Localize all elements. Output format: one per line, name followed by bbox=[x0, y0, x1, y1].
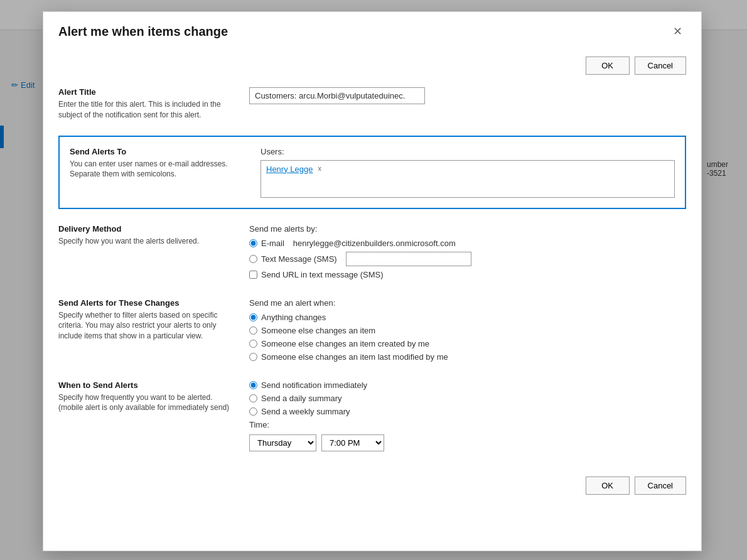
time-select[interactable]: 12:00 AM 1:00 AM 6:00 AM 7:00 PM 8:00 PM bbox=[321, 434, 384, 451]
when-label-col: When to Send Alerts Specify how frequent… bbox=[58, 380, 234, 451]
someone-else-modified-row: Someone else changes an item last modifi… bbox=[249, 352, 686, 362]
alert-title-description: Enter the title for this alert. This is … bbox=[58, 99, 234, 121]
changes-label: Send Alerts for These Changes bbox=[58, 298, 234, 308]
send-alerts-changes-section: Send Alerts for These Changes Specify wh… bbox=[58, 298, 686, 365]
alert-when-label: Send me an alert when: bbox=[249, 298, 686, 308]
changes-description: Specify whether to filter alerts based o… bbox=[58, 310, 234, 342]
close-button[interactable]: ✕ bbox=[669, 24, 686, 38]
changes-label-col: Send Alerts for These Changes Specify wh… bbox=[58, 298, 234, 365]
send-alerts-to-label-col: Send Alerts To You can enter user names … bbox=[70, 147, 245, 198]
time-row: Sunday Monday Tuesday Wednesday Thursday… bbox=[249, 434, 686, 451]
someone-else-changes-row: Someone else changes an item bbox=[249, 326, 686, 335]
bottom-cancel-button[interactable]: Cancel bbox=[635, 477, 686, 495]
sms-radio-row: Text Message (SMS) bbox=[249, 252, 686, 266]
delivery-method-label-col: Delivery Method Specify how you want the… bbox=[58, 224, 234, 283]
delivery-method-label: Delivery Method bbox=[58, 224, 234, 234]
user-tag-henry-legge[interactable]: Henry Legge bbox=[266, 164, 313, 174]
send-alerts-to-content: Users: Henry Leggex bbox=[261, 147, 675, 198]
bottom-buttons: OK Cancel bbox=[58, 466, 686, 495]
users-input-box[interactable]: Henry Leggex bbox=[261, 160, 675, 198]
send-alerts-to-label: Send Alerts To bbox=[70, 147, 245, 156]
sms-url-checkbox[interactable] bbox=[249, 271, 257, 279]
day-select[interactable]: Sunday Monday Tuesday Wednesday Thursday… bbox=[249, 434, 316, 451]
when-description: Specify how frequently you want to be al… bbox=[58, 392, 234, 414]
email-radio-row: E-mail henrylegge@citizenbuilders.onmicr… bbox=[249, 239, 686, 248]
someone-else-changes-radio[interactable] bbox=[249, 326, 257, 335]
alert-title-label-col: Alert Title Enter the title for this ale… bbox=[58, 87, 234, 121]
dialog-title: Alert me when items change bbox=[58, 24, 228, 39]
send-immediately-row: Send notification immediately bbox=[249, 380, 686, 390]
dialog-body[interactable]: OK Cancel Alert Title Enter the title fo… bbox=[43, 46, 701, 551]
sms-url-label[interactable]: Send URL in text message (SMS) bbox=[261, 270, 384, 279]
dialog-header: Alert me when items change ✕ bbox=[43, 12, 701, 46]
send-alerts-to-description: You can enter user names or e-mail addre… bbox=[70, 159, 245, 180]
send-alerts-by-label: Send me alerts by: bbox=[249, 224, 686, 234]
send-daily-radio[interactable] bbox=[249, 394, 257, 402]
delivery-method-content: Send me alerts by: E-mail henrylegge@cit… bbox=[249, 224, 686, 283]
anything-changes-label[interactable]: Anything changes bbox=[261, 313, 326, 322]
delivery-method-description: Specify how you want the alerts delivere… bbox=[58, 236, 234, 247]
ok-cancel-row: OK Cancel bbox=[58, 57, 686, 75]
bottom-ok-button[interactable]: OK bbox=[586, 477, 630, 495]
time-label: Time: bbox=[249, 420, 686, 429]
sms-radio[interactable] bbox=[249, 255, 257, 263]
users-label: Users: bbox=[261, 147, 675, 156]
when-content: Send notification immediately Send a dai… bbox=[249, 380, 686, 451]
someone-else-modified-label[interactable]: Someone else changes an item last modifi… bbox=[261, 352, 448, 362]
when-to-send-section: When to Send Alerts Specify how frequent… bbox=[58, 380, 686, 451]
someone-else-modified-radio[interactable] bbox=[249, 353, 257, 361]
someone-else-changes-label[interactable]: Someone else changes an item bbox=[261, 326, 375, 335]
user-tag-remove[interactable]: x bbox=[318, 164, 321, 172]
someone-else-created-label[interactable]: Someone else changes an item created by … bbox=[261, 339, 429, 348]
send-daily-row: Send a daily summary bbox=[249, 394, 686, 403]
send-alerts-to-section: Send Alerts To You can enter user names … bbox=[58, 136, 686, 209]
cancel-button[interactable]: Cancel bbox=[635, 57, 686, 75]
send-daily-label[interactable]: Send a daily summary bbox=[261, 394, 342, 403]
send-immediately-radio[interactable] bbox=[249, 381, 257, 389]
anything-changes-row: Anything changes bbox=[249, 313, 686, 322]
someone-else-created-radio[interactable] bbox=[249, 340, 257, 348]
alert-title-input[interactable] bbox=[249, 87, 425, 104]
alert-title-content bbox=[249, 87, 686, 121]
email-address: henrylegge@citizenbuilders.onmicrosoft.c… bbox=[293, 239, 456, 248]
sms-number-input[interactable] bbox=[346, 252, 471, 266]
email-radio-label[interactable]: E-mail bbox=[261, 239, 284, 248]
send-weekly-radio[interactable] bbox=[249, 407, 257, 416]
send-weekly-row: Send a weekly summary bbox=[249, 407, 686, 416]
alert-title-section: Alert Title Enter the title for this ale… bbox=[58, 87, 686, 121]
sms-url-radio-row: Send URL in text message (SMS) bbox=[249, 270, 686, 279]
email-radio[interactable] bbox=[249, 239, 257, 247]
alert-title-label: Alert Title bbox=[58, 87, 234, 97]
ok-button[interactable]: OK bbox=[586, 57, 630, 75]
changes-content: Send me an alert when: Anything changes … bbox=[249, 298, 686, 365]
anything-changes-radio[interactable] bbox=[249, 313, 257, 321]
sms-radio-label[interactable]: Text Message (SMS) bbox=[261, 254, 337, 264]
send-weekly-label[interactable]: Send a weekly summary bbox=[261, 407, 350, 416]
send-immediately-label[interactable]: Send notification immediately bbox=[261, 380, 367, 390]
alert-dialog: Alert me when items change ✕ OK Cancel A… bbox=[43, 11, 702, 551]
delivery-method-section: Delivery Method Specify how you want the… bbox=[58, 224, 686, 283]
when-label: When to Send Alerts bbox=[58, 380, 234, 390]
someone-else-created-row: Someone else changes an item created by … bbox=[249, 339, 686, 348]
